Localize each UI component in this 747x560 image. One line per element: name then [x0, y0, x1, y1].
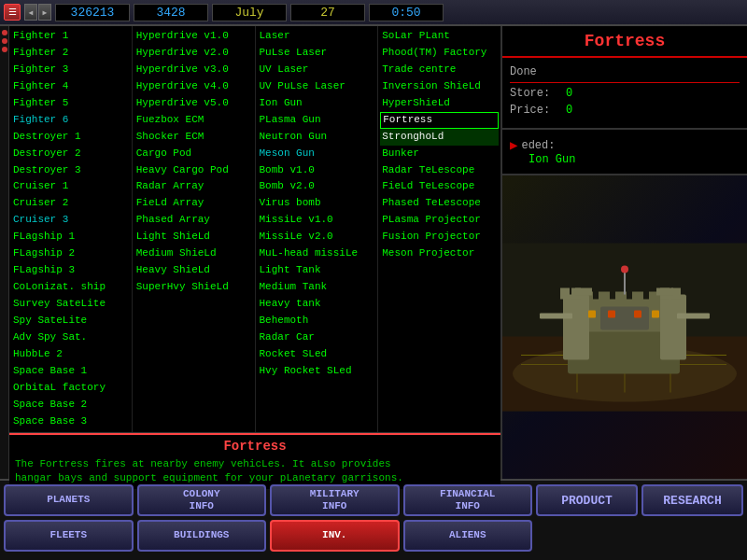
list-item[interactable]: FieLd TeLescope	[380, 178, 499, 195]
planets-button[interactable]: PLANETS	[4, 484, 134, 516]
list-item[interactable]: Fighter 5	[11, 95, 130, 112]
list-item[interactable]: PLasma Gun	[258, 112, 376, 129]
list-item[interactable]: Hyperdrive v4.0	[134, 78, 253, 95]
list-item[interactable]: Ion Gun	[258, 95, 376, 112]
fleets-button[interactable]: FLEETS	[4, 520, 134, 552]
list-item[interactable]: Spy SateLite	[11, 313, 130, 329]
list-item[interactable]: Fighter 1	[11, 28, 130, 45]
list-item[interactable]: Cruiser 1	[11, 178, 130, 195]
list-item[interactable]: Cruiser 3	[11, 212, 130, 229]
list-item[interactable]: Phood(TM) Factory	[380, 45, 499, 62]
list-item[interactable]: Bomb v2.0	[258, 178, 376, 195]
list-item[interactable]: Trade centre	[380, 62, 499, 78]
list-item[interactable]: SuperHvy ShieLd	[134, 279, 253, 296]
next-arrow[interactable]: ▶	[38, 4, 51, 21]
list-item[interactable]: PLasma Projector	[380, 212, 499, 229]
product-button[interactable]: PRODUCT	[536, 484, 638, 516]
research-button[interactable]: RESEARCH	[641, 484, 743, 516]
list-item[interactable]: HubbLe 2	[11, 346, 130, 363]
financial-info-button[interactable]: FINANCIALINFO	[403, 484, 533, 516]
colony-info-button[interactable]: COLONYINFO	[137, 484, 267, 516]
prev-arrow[interactable]: ◀	[24, 4, 37, 21]
list-item[interactable]: StronghoLd	[380, 129, 499, 146]
list-item[interactable]: Heavy ShieLd	[134, 262, 253, 279]
list-item[interactable]: UV Laser	[258, 62, 376, 78]
equipment-column: Hyperdrive v1.0 Hyperdrive v2.0 Hyperdri…	[133, 26, 256, 432]
store-value: 0	[566, 87, 572, 100]
list-item[interactable]: Hyperdrive v1.0	[134, 28, 253, 45]
list-item[interactable]: Bunker	[380, 146, 499, 162]
icon-dot-1	[2, 30, 7, 35]
list-item[interactable]: MissiLe v1.0	[258, 212, 376, 229]
day-display: 27	[290, 4, 365, 21]
list-item[interactable]: Fighter 2	[11, 45, 130, 62]
svg-rect-27	[652, 311, 659, 318]
list-item[interactable]: PuLse Laser	[258, 45, 376, 62]
list-item[interactable]: Hyperdrive v5.0	[134, 95, 253, 112]
list-item[interactable]: Radar Array	[134, 178, 253, 195]
list-item[interactable]: Medium ShieLd	[134, 245, 253, 262]
list-item[interactable]: MissiLe v2.0	[258, 229, 376, 245]
list-item[interactable]: Behemoth	[258, 313, 376, 329]
list-item[interactable]: Space Base 1	[11, 363, 130, 380]
list-item[interactable]: Laser	[258, 28, 376, 45]
fortress-svg	[502, 175, 747, 479]
main-area: Fighter 1 Fighter 2 Fighter 3 Fighter 4 …	[0, 26, 747, 479]
list-item[interactable]: MuL-head missiLe	[258, 245, 376, 262]
list-item[interactable]: Fighter 4	[11, 78, 130, 95]
list-item[interactable]: Inversion ShieLd	[380, 78, 499, 95]
list-item[interactable]: Hyperdrive v3.0	[134, 62, 253, 78]
list-item[interactable]: HyperShieLd	[380, 95, 499, 112]
list-item[interactable]: Light ShieLd	[134, 229, 253, 245]
list-item[interactable]: Fusion Projector	[380, 229, 499, 245]
list-item[interactable]: FieLd Array	[134, 195, 253, 212]
list-item[interactable]: FLagship 2	[11, 245, 130, 262]
list-item[interactable]: Destroyer 2	[11, 146, 130, 162]
list-item[interactable]: Space Base 3	[11, 413, 130, 430]
nav-arrows: ◀ ▶	[24, 4, 51, 21]
list-item[interactable]: Fuezbox ECM	[134, 112, 253, 129]
top-bar: ☰ ◀ ▶ 326213 3428 July 27 0:50	[0, 0, 747, 26]
list-item[interactable]: SoLar PLant	[380, 28, 499, 45]
list-item[interactable]: Light Tank	[258, 262, 376, 279]
list-item[interactable]: Fortress	[380, 112, 499, 129]
aliens-button[interactable]: ALIENS	[403, 520, 533, 552]
list-item[interactable]: Radar Car	[258, 329, 376, 346]
list-item[interactable]: Phased TeLescope	[380, 195, 499, 212]
list-item[interactable]: Survey SateLite	[11, 296, 130, 313]
list-item[interactable]: Cruiser 2	[11, 195, 130, 212]
list-item[interactable]: Virus bomb	[258, 195, 376, 212]
inv-button[interactable]: INV.	[270, 520, 400, 552]
list-item[interactable]: Rocket SLed	[258, 346, 376, 363]
right-panel: Fortress Done Store: 0 Price: 0 ▶ eded: …	[502, 26, 747, 479]
list-item[interactable]: Radar TeLescope	[380, 162, 499, 179]
icon-dot-3	[2, 47, 7, 52]
list-item[interactable]: Shocker ECM	[134, 129, 253, 146]
menu-button[interactable]: ☰	[4, 4, 21, 21]
list-item[interactable]: Bomb v1.0	[258, 162, 376, 179]
list-item[interactable]: Fighter 3	[11, 62, 130, 78]
lists-panel: Fighter 1 Fighter 2 Fighter 3 Fighter 4 …	[9, 26, 502, 479]
list-item[interactable]: Hvy Rocket SLed	[258, 363, 376, 380]
list-item[interactable]: Heavy tank	[258, 296, 376, 313]
list-item[interactable]: Phased Array	[134, 212, 253, 229]
list-item[interactable]: FLagship 1	[11, 229, 130, 245]
list-item[interactable]: OrbitaL factory	[11, 380, 130, 397]
list-item[interactable]: Heavy Cargo Pod	[134, 162, 253, 179]
list-item[interactable]: Adv Spy Sat.	[11, 329, 130, 346]
list-item[interactable]: Destroyer 3	[11, 162, 130, 179]
list-item[interactable]: FLagship 3	[11, 262, 130, 279]
list-item[interactable]: UV PuLse Laser	[258, 78, 376, 95]
list-item[interactable]: Neutron Gun	[258, 129, 376, 146]
list-item[interactable]: Medium Tank	[258, 279, 376, 296]
military-info-button[interactable]: MILITARYINFO	[270, 484, 400, 516]
list-item[interactable]: Destroyer 1	[11, 129, 130, 146]
buildings-button[interactable]: BUILDINGS	[137, 520, 267, 552]
list-item[interactable]: Meson Projector	[380, 245, 499, 262]
list-item[interactable]: Meson Gun	[258, 146, 376, 162]
list-item[interactable]: Fighter 6	[11, 112, 130, 129]
list-item[interactable]: Space Base 2	[11, 397, 130, 413]
list-item[interactable]: Hyperdrive v2.0	[134, 45, 253, 62]
list-item[interactable]: CoLonizat. ship	[11, 279, 130, 296]
list-item[interactable]: Cargo Pod	[134, 146, 253, 162]
